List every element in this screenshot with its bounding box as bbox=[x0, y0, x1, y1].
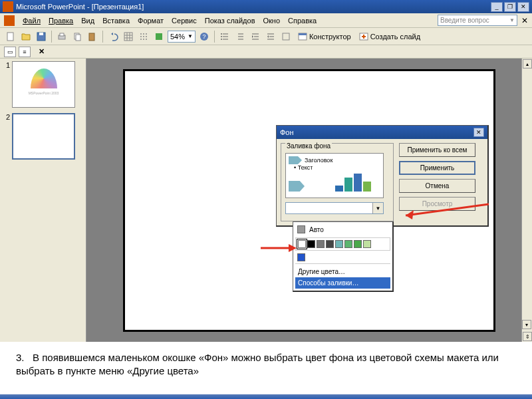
svg-point-15 bbox=[146, 33, 147, 35]
color-swatch[interactable] bbox=[298, 240, 306, 248]
pane-close-button[interactable]: ✕ bbox=[39, 47, 45, 56]
thumbnail-slide: MSPowerPoint 2003 bbox=[12, 61, 75, 108]
groupbox-label: Заливка фона bbox=[285, 142, 332, 150]
color-swatch[interactable] bbox=[344, 240, 352, 248]
svg-point-13 bbox=[140, 33, 142, 35]
svg-point-14 bbox=[143, 33, 144, 35]
chevron-down-icon: ▼ bbox=[188, 33, 193, 39]
svg-rect-6 bbox=[76, 35, 80, 41]
menu-edit[interactable]: Правка bbox=[45, 15, 77, 26]
undo-button[interactable] bbox=[106, 30, 120, 43]
number-list-button[interactable] bbox=[233, 30, 247, 43]
auto-color-item[interactable]: Авто bbox=[295, 224, 390, 235]
menu-tools[interactable]: Сервис bbox=[168, 15, 201, 26]
menu-window[interactable]: Окно bbox=[259, 15, 285, 26]
vertical-scrollbar[interactable]: ▴ ▾ ⇕ bbox=[521, 59, 532, 342]
caption-text: В появившемся маленьком окошке «Фон» мож… bbox=[16, 352, 499, 376]
dialog-title: Фон bbox=[280, 128, 294, 136]
restore-button[interactable]: ❐ bbox=[504, 2, 516, 12]
title-text: Microsoft PowerPoint - [Презентация1] bbox=[16, 3, 144, 11]
color-swatch[interactable] bbox=[354, 240, 362, 248]
scroll-down-button[interactable]: ▾ bbox=[522, 320, 531, 329]
constructor-button[interactable]: Конструктор bbox=[295, 31, 354, 42]
color-dropdown[interactable]: ▼ bbox=[285, 202, 384, 214]
svg-rect-42 bbox=[299, 33, 307, 35]
print-button[interactable] bbox=[55, 30, 68, 43]
svg-text:?: ? bbox=[202, 33, 205, 40]
thumbnail-slide bbox=[12, 113, 75, 160]
outline-tab-button[interactable]: ≡ bbox=[19, 47, 31, 57]
color-swatch[interactable] bbox=[335, 240, 343, 248]
apply-button[interactable]: Применить bbox=[399, 161, 475, 175]
scroll-page-button[interactable]: ⇕ bbox=[523, 332, 532, 341]
doc-close-button[interactable]: ✕ bbox=[521, 16, 528, 25]
dialog-close-button[interactable]: ✕ bbox=[473, 128, 484, 137]
help-question-input[interactable]: Введите вопрос ▼ bbox=[438, 15, 517, 26]
svg-rect-40 bbox=[283, 33, 289, 40]
menu-bar: Файл Правка Вид Вставка Формат Сервис По… bbox=[0, 13, 532, 28]
recent-color-swatch[interactable] bbox=[297, 253, 305, 261]
menu-slideshow[interactable]: Показ слайдов bbox=[201, 15, 259, 26]
cancel-button[interactable]: Отмена bbox=[399, 179, 475, 193]
svg-point-21 bbox=[146, 39, 147, 40]
help-button[interactable]: ? bbox=[198, 30, 211, 43]
menu-file[interactable]: Файл bbox=[19, 15, 45, 26]
preview-arrow-icon bbox=[289, 181, 305, 192]
separator bbox=[51, 31, 52, 43]
zoom-dropdown[interactable]: 54% ▼ bbox=[168, 31, 196, 43]
copy-button[interactable] bbox=[70, 30, 84, 43]
dialog-titlebar[interactable]: Фон ✕ bbox=[277, 126, 487, 139]
color-swatch[interactable] bbox=[326, 240, 334, 248]
chevron-down-icon: ▼ bbox=[509, 17, 515, 23]
color-swatch[interactable] bbox=[363, 240, 371, 248]
menu-insert[interactable]: Вставка bbox=[98, 15, 134, 26]
save-button[interactable] bbox=[35, 30, 48, 43]
other-colors-item[interactable]: Другие цвета… bbox=[295, 266, 390, 277]
svg-point-30 bbox=[221, 39, 222, 40]
new-file-button[interactable] bbox=[4, 30, 17, 43]
indent-button[interactable] bbox=[264, 30, 277, 43]
menu-format[interactable]: Формат bbox=[134, 15, 168, 26]
apply-all-button[interactable]: Применить ко всем bbox=[399, 143, 475, 157]
close-button[interactable]: ✕ bbox=[517, 2, 529, 12]
svg-point-17 bbox=[143, 36, 144, 37]
thumbnail-1[interactable]: 1 MSPowerPoint 2003 bbox=[3, 61, 83, 108]
svg-rect-4 bbox=[60, 33, 64, 36]
svg-point-29 bbox=[221, 36, 222, 37]
thumbnail-panel: 1 MSPowerPoint 2003 2 bbox=[0, 59, 86, 342]
new-slide-label: Создать слайд bbox=[370, 33, 420, 41]
fill-methods-item[interactable]: Способы заливки… bbox=[295, 277, 390, 289]
color-swatch[interactable] bbox=[307, 240, 315, 248]
help-placeholder: Введите вопрос bbox=[440, 17, 489, 24]
bullet-list-button[interactable] bbox=[218, 30, 231, 43]
text-shadow-button[interactable] bbox=[279, 30, 293, 43]
dialog-buttons: Применить ко всем Применить Отмена Просм… bbox=[399, 143, 475, 221]
background-dialog: Фон ✕ Заливка фона Заголовок • Текст ▼ bbox=[276, 125, 489, 227]
preview-title-text: Заголовок bbox=[305, 157, 332, 164]
minimize-button[interactable]: _ bbox=[491, 2, 503, 12]
paste-button[interactable] bbox=[86, 30, 99, 43]
app-icon bbox=[3, 1, 13, 12]
slides-tab-button[interactable]: ▭ bbox=[4, 47, 16, 57]
auto-color-swatch bbox=[297, 225, 305, 233]
outdent-button[interactable] bbox=[249, 30, 262, 43]
preview-button[interactable]: Просмотр bbox=[399, 197, 475, 211]
table-button[interactable] bbox=[122, 30, 135, 43]
thumbnail-2[interactable]: 2 bbox=[3, 113, 83, 160]
constructor-label: Конструктор bbox=[309, 33, 351, 41]
color-swatch[interactable] bbox=[317, 240, 325, 248]
svg-point-19 bbox=[140, 39, 142, 40]
svg-point-28 bbox=[221, 33, 222, 35]
scroll-up-button[interactable]: ▴ bbox=[523, 59, 532, 68]
svg-point-20 bbox=[143, 39, 144, 40]
separator bbox=[102, 31, 103, 43]
open-file-button[interactable] bbox=[19, 30, 33, 43]
caption-number: 3. bbox=[16, 352, 25, 363]
new-slide-button[interactable]: Создать слайд bbox=[356, 31, 423, 42]
chevron-down-icon[interactable]: ▼ bbox=[372, 203, 383, 213]
grid-button[interactable] bbox=[137, 30, 150, 43]
menu-view[interactable]: Вид bbox=[77, 15, 98, 26]
color-button[interactable] bbox=[152, 30, 166, 43]
thumbnail-number: 1 bbox=[3, 61, 12, 69]
menu-help[interactable]: Справка bbox=[284, 15, 321, 26]
